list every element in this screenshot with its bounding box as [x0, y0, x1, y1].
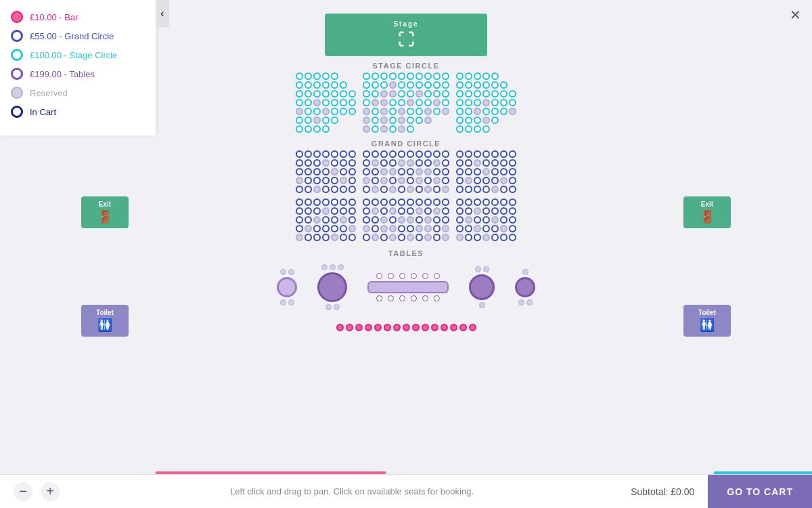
bottom-bar: − + Left click and drag to pan. Click on…: [0, 474, 812, 508]
reserved-dot: [11, 87, 23, 99]
stage: Stage ⛶: [325, 14, 487, 56]
grand-circle-section-label: GRAND CIRCLE: [142, 140, 670, 148]
tables-label: £199.00 - Tables: [30, 69, 95, 79]
tables-dot: [11, 68, 23, 80]
sc-right-block: [456, 72, 516, 133]
stage-circle-dot: [11, 49, 23, 61]
legend-item-tables: £199.00 - Tables: [11, 68, 145, 80]
st-center-block: [363, 198, 449, 241]
grand-dot: [11, 30, 23, 42]
go-to-cart-button[interactable]: GO TO CART: [708, 475, 812, 509]
collapse-arrow[interactable]: ‹: [156, 0, 169, 27]
subtotal-text: Subtotal: £0.00: [631, 486, 708, 497]
exit-left-label: Exit: [87, 200, 123, 208]
tables-area: [142, 264, 670, 310]
subtotal-area: Subtotal: £0.00 GO TO CART: [631, 475, 812, 509]
stage-circle-section: [142, 72, 670, 133]
gc-center-block: [363, 150, 449, 193]
venue-inner: Exit 🚪 Exit 🚪 Toilet 🚻 Toilet 🚻 Stage ⛶ …: [142, 14, 670, 331]
sc-row: [296, 72, 356, 80]
hint-text: Left click and drag to pan. Click on ava…: [73, 486, 631, 496]
zoom-out-button[interactable]: −: [14, 482, 32, 501]
exit-left: Exit 🚪: [81, 196, 129, 228]
stage-circle-section-label: STAGE CIRCLE: [142, 62, 670, 70]
stage-circle-label: £100.00 - Stage Circle: [30, 50, 117, 60]
toilet-right: Toilet 🚻: [683, 305, 731, 337]
legend-item-incart: In Cart: [11, 106, 145, 118]
table-group-4: [515, 269, 535, 305]
tables-section-label: TABLES: [142, 249, 670, 257]
legend-panel: £10.00 - Bar £55.00 - Grand Circle £100.…: [0, 0, 156, 135]
table-group-1: [277, 269, 297, 305]
gc-left-block: [296, 150, 356, 193]
bar-row: [142, 324, 670, 331]
legend-item-bar: £10.00 - Bar: [11, 11, 145, 23]
toilet-left-label: Toilet: [87, 309, 123, 316]
table-group-2: [317, 264, 347, 310]
bar-dot: [11, 11, 23, 23]
zoom-in-button[interactable]: +: [41, 482, 60, 501]
toilet-right-icon: 🚻: [689, 318, 725, 333]
exit-left-icon: 🚪: [87, 209, 123, 224]
table-group-3: [469, 266, 495, 308]
sc-center-block: [363, 72, 449, 133]
bar-label: £10.00 - Bar: [30, 12, 78, 22]
exit-right-label: Exit: [689, 200, 725, 208]
legend-item-grand: £55.00 - Grand Circle: [11, 30, 145, 42]
toilet-left: Toilet 🚻: [81, 305, 129, 337]
reserved-label: Reserved: [30, 88, 68, 98]
exit-right: Exit 🚪: [683, 196, 731, 228]
table-group-center: [367, 273, 449, 301]
st-right-block: [456, 198, 516, 241]
exit-right-icon: 🚪: [689, 209, 725, 224]
grand-label: £55.00 - Grand Circle: [30, 31, 114, 41]
stalls-section: [142, 198, 670, 241]
grand-circle-section: [142, 150, 670, 193]
legend-item-reserved: Reserved: [11, 87, 145, 99]
legend-item-stage-circle: £100.00 - Stage Circle: [11, 49, 145, 61]
stage-icon: ⛶: [332, 30, 480, 49]
st-left-block: [296, 198, 356, 241]
incart-label: In Cart: [30, 107, 56, 117]
toilet-left-icon: 🚻: [87, 318, 123, 333]
close-button[interactable]: ✕: [790, 7, 801, 23]
incart-dot: [11, 106, 23, 118]
gc-right-block: [456, 150, 516, 193]
toilet-right-label: Toilet: [689, 309, 725, 316]
sc-left-block: [296, 72, 356, 133]
stage-label: Stage: [332, 20, 480, 28]
zoom-controls: − +: [0, 482, 73, 501]
